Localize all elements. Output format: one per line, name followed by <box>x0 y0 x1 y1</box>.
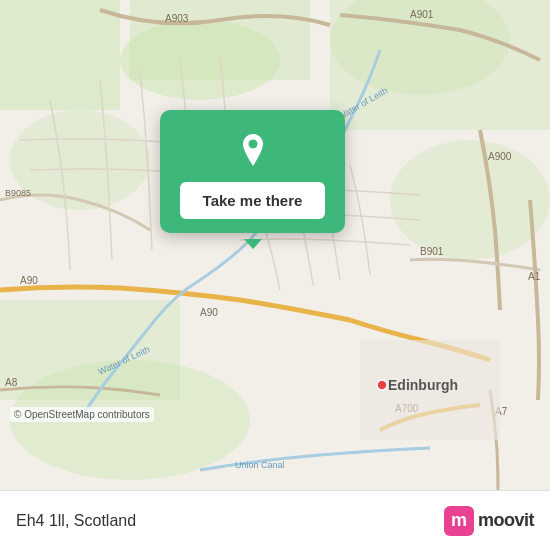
svg-point-4 <box>120 20 280 100</box>
svg-point-28 <box>248 140 257 149</box>
location-pin-icon <box>231 128 275 172</box>
svg-text:A90: A90 <box>200 307 218 318</box>
moovit-logo: m moovit <box>444 506 534 536</box>
svg-text:A1: A1 <box>528 271 541 282</box>
moovit-logo-letter: m <box>444 506 474 536</box>
svg-text:A8: A8 <box>5 377 18 388</box>
map-container: A903 A901 B9085 A90 A90 A900 B901 A1 A8 … <box>0 0 550 490</box>
bottom-bar: Eh4 1ll, Scotland m moovit <box>0 490 550 550</box>
copyright-notice: © OpenStreetMap contributors <box>10 407 154 422</box>
svg-text:Edinburgh: Edinburgh <box>388 377 458 393</box>
svg-text:A900: A900 <box>488 151 512 162</box>
take-me-there-button[interactable]: Take me there <box>180 182 325 219</box>
svg-text:B9085: B9085 <box>5 188 31 198</box>
svg-text:B901: B901 <box>420 246 444 257</box>
svg-text:Union Canal: Union Canal <box>235 460 285 470</box>
svg-point-7 <box>390 140 550 260</box>
map-popup: Take me there <box>160 110 345 233</box>
location-label: Eh4 1ll, Scotland <box>16 512 136 530</box>
svg-rect-6 <box>330 0 550 130</box>
svg-point-26 <box>377 380 387 390</box>
svg-text:A903: A903 <box>165 13 189 24</box>
svg-text:A90: A90 <box>20 275 38 286</box>
moovit-logo-text: moovit <box>478 510 534 531</box>
svg-text:A901: A901 <box>410 9 434 20</box>
